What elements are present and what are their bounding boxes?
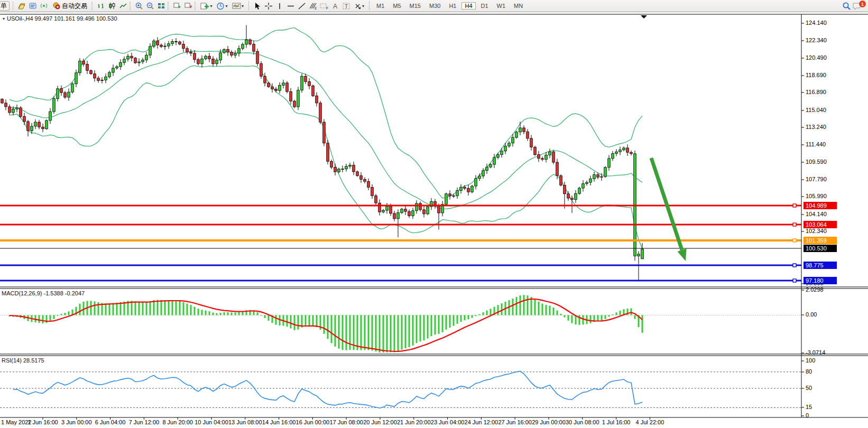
price-axis-tick: 118.690 xyxy=(806,72,826,78)
rsi-axis-tick: 100 xyxy=(806,357,815,364)
svg-text:T: T xyxy=(345,3,348,9)
periods-dropdown[interactable]: ▾ xyxy=(214,1,230,11)
timeframe-group: M1M5M15M30H1H4D1W1MN xyxy=(372,2,527,10)
timeframe-button-w1[interactable]: W1 xyxy=(494,2,509,10)
svg-text:A: A xyxy=(333,3,337,10)
search-icon[interactable] xyxy=(841,1,852,11)
cursor-icon[interactable] xyxy=(252,1,263,11)
macd-pane-label: MACD(12,26,9) -1.5388 -0.2047 xyxy=(2,290,85,296)
price-axis-tick: 107.790 xyxy=(806,176,827,182)
application-window: 订单 自动交易 xyxy=(0,0,868,428)
timeframe-button-d1[interactable]: D1 xyxy=(478,2,492,10)
price-axis-tick: 122.340 xyxy=(806,37,827,43)
svg-text:F: F xyxy=(326,6,328,10)
svg-text:E: E xyxy=(315,6,317,10)
channel-icon[interactable]: F xyxy=(318,1,329,11)
rsi-axis-tick: 15 xyxy=(806,404,812,410)
timeframe-button-h1[interactable]: H1 xyxy=(446,2,459,10)
price-axis-tick: 111.440 xyxy=(806,141,826,147)
autotrade-button[interactable]: 自动交易 xyxy=(50,1,90,11)
signals-icon[interactable] xyxy=(38,1,49,11)
timeframe-button-mn[interactable]: MN xyxy=(511,2,526,10)
notification-badge: 1 xyxy=(859,1,866,7)
new-order-button[interactable]: 订单 xyxy=(0,1,10,11)
zoom-out-icon[interactable] xyxy=(144,1,155,11)
toolbar-separator xyxy=(13,2,14,10)
timeframe-button-m15[interactable]: M15 xyxy=(407,2,424,10)
price-level-badge[interactable]: 100.530 xyxy=(804,245,837,252)
cascade-windows-icon[interactable] xyxy=(171,1,182,11)
chart-symbol-title[interactable]: ▾ USOil-,H4 99.497 101.161 99.496 100.53… xyxy=(3,15,117,22)
line-chart-icon[interactable] xyxy=(117,1,128,11)
price-axis-tick: 109.590 xyxy=(806,159,827,165)
price-level-badge[interactable]: 101.359 xyxy=(804,237,837,244)
arrange-windows-icon[interactable] xyxy=(182,1,193,11)
rsi-axis-tick: 50 xyxy=(806,385,812,391)
toolbar-grip xyxy=(168,2,170,10)
rsi-axis-tick: 0 xyxy=(806,412,809,418)
price-level-badge[interactable]: 98.775 xyxy=(804,262,837,269)
macd-axis-tick: 2.0298 xyxy=(806,286,824,293)
collapse-triangle-icon[interactable]: ▾ xyxy=(3,16,5,21)
market-watch-icon[interactable] xyxy=(16,1,27,11)
zoom-in-icon[interactable] xyxy=(133,1,144,11)
vertical-line-icon[interactable] xyxy=(274,1,285,11)
tile-windows-icon[interactable] xyxy=(155,1,167,11)
timeframe-button-m30[interactable]: M30 xyxy=(426,2,444,10)
rsi-axis-tick: 80 xyxy=(806,368,812,375)
crosshair-icon[interactable] xyxy=(263,1,274,11)
price-level-badge[interactable]: 97.180 xyxy=(804,277,837,284)
text-icon[interactable]: A xyxy=(329,1,340,11)
price-axis-tick: 120.490 xyxy=(806,54,827,61)
price-level-badge[interactable]: 104.989 xyxy=(804,202,837,209)
toolbar: 订单 自动交易 xyxy=(0,0,868,12)
toolbar-grip xyxy=(91,2,94,10)
price-axis-tick: 104.140 xyxy=(806,211,827,217)
horizontal-line-icon[interactable] xyxy=(285,1,296,11)
timeframe-button-m1[interactable]: M1 xyxy=(373,2,387,10)
data-window-icon[interactable] xyxy=(27,1,38,11)
macd-axis-tick: -3.0714 xyxy=(806,349,825,356)
toolbar-grip xyxy=(195,2,197,10)
price-axis-tick: 113.240 xyxy=(806,124,826,130)
fibonacci-icon[interactable]: E xyxy=(307,1,318,11)
shapes-dropdown[interactable]: ▾ xyxy=(352,1,366,11)
price-axis-tick: 124.140 xyxy=(806,20,827,26)
price-axis-tick: 116.890 xyxy=(806,89,826,95)
templates-dropdown[interactable]: ▾ xyxy=(230,1,246,11)
time-axis-label: 4 Jul 22:00 xyxy=(626,419,673,425)
price-axis-tick: 105.990 xyxy=(806,193,827,199)
new-chart-dropdown[interactable]: ▾ xyxy=(198,1,214,11)
price-axis-tick: 115.040 xyxy=(806,107,826,113)
macd-axis-tick: 0.00 xyxy=(806,311,817,318)
bar-chart-icon[interactable] xyxy=(95,1,106,11)
rsi-pane-label: RSI(14) 28.5175 xyxy=(2,357,44,364)
timeframe-button-h4[interactable]: H4 xyxy=(461,2,475,10)
chat-button[interactable]: 1 xyxy=(852,1,866,11)
trendline-icon[interactable] xyxy=(296,1,307,11)
toolbar-separator xyxy=(248,2,250,10)
text-label-icon[interactable]: T xyxy=(340,1,352,11)
candlestick-chart-icon[interactable] xyxy=(106,1,117,11)
timeframe-button-m5[interactable]: M5 xyxy=(390,2,404,10)
price-axis-tick: 102.340 xyxy=(806,228,827,234)
price-level-badge[interactable]: 103.064 xyxy=(804,221,837,228)
toolbar-separator xyxy=(369,2,370,10)
chart-canvas[interactable] xyxy=(0,0,868,428)
toolbar-grip xyxy=(130,2,132,10)
